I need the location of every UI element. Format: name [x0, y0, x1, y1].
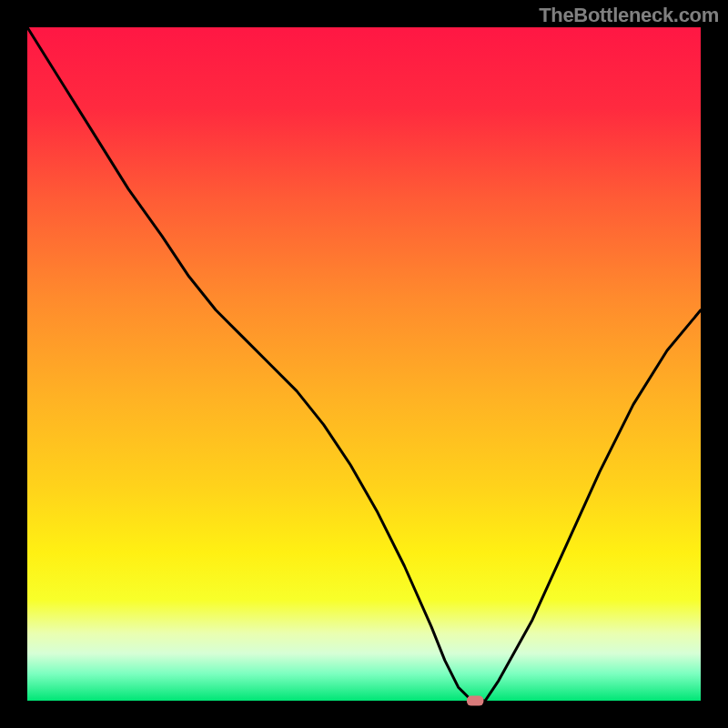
chart-container: TheBottleneck.com — [0, 0, 728, 728]
plot-background — [27, 27, 701, 701]
bottleneck-chart — [0, 0, 728, 728]
optimum-marker — [467, 696, 484, 706]
watermark-text: TheBottleneck.com — [539, 4, 719, 27]
